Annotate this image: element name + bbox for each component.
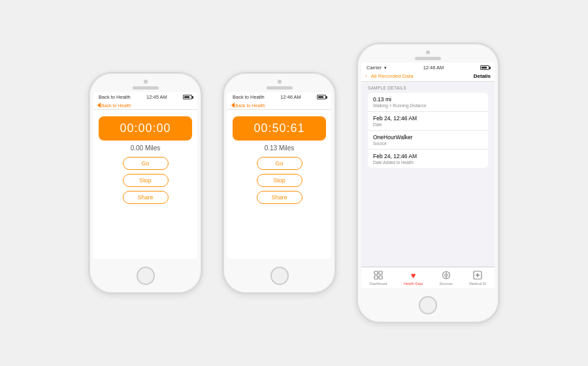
phone-2-bottom bbox=[270, 261, 289, 293]
phone-2-stop-button[interactable]: Stop bbox=[257, 174, 302, 187]
phone-2-status-right bbox=[317, 95, 326, 99]
phone-2-screen: Back to Health 12:46 AM Back to Health 0… bbox=[227, 92, 331, 259]
sources-icon bbox=[441, 270, 451, 280]
phone-1-miles: 0.00 Miles bbox=[93, 144, 197, 152]
phone-3-sample-section: SAMPLE DETAILS 0.13 mi Walking + Running… bbox=[361, 82, 495, 267]
phone-3-health-nav: ‹ All Recorded Data Details bbox=[361, 72, 495, 82]
phone-3-status-bar: Carrier ▾ 12:46 AM bbox=[361, 63, 495, 72]
phone-3-nav-back[interactable]: All Recorded Data bbox=[371, 73, 414, 79]
phone-3-section-header: SAMPLE DETAILS bbox=[368, 86, 488, 90]
dashboard-icon bbox=[373, 270, 384, 280]
phone-3-screen: Carrier ▾ 12:46 AM ‹ All Recorded Data D… bbox=[361, 63, 495, 288]
phone-1-timer: 00:00:00 bbox=[99, 116, 192, 141]
detail-label-0: Walking + Running Distance bbox=[373, 103, 483, 108]
medical-id-icon bbox=[472, 270, 483, 280]
phone-3-wifi-icon: ▾ bbox=[384, 65, 387, 70]
svg-rect-0 bbox=[374, 271, 378, 274]
phone-2-go-button[interactable]: Go bbox=[257, 157, 302, 170]
phone-1-back-label: Back to Health bbox=[101, 103, 131, 108]
phone-1-share-button[interactable]: Share bbox=[123, 191, 169, 204]
phone-2-home-button[interactable] bbox=[270, 267, 289, 285]
phone-1-top bbox=[90, 73, 201, 90]
tab-dashboard-label: Dashboard bbox=[370, 282, 387, 286]
detail-item-0: 0.13 mi Walking + Running Distance bbox=[368, 93, 488, 112]
detail-value-3: Feb 24, 12:46 AM bbox=[373, 153, 483, 159]
phone-2-back-chevron bbox=[231, 103, 235, 108]
phone-1-camera bbox=[144, 80, 148, 84]
phone-3-back-chevron-icon: ‹ bbox=[365, 73, 367, 79]
phone-3-tab-bar: Dashboard ♥ Health Data Sources bbox=[361, 267, 495, 288]
phone-1-back-chevron bbox=[97, 103, 101, 108]
phone-3-status-left: Carrier ▾ bbox=[367, 65, 387, 71]
phone-1-battery-fill bbox=[184, 96, 189, 98]
phone-2-buttons: Go Stop Share bbox=[227, 157, 331, 209]
phone-3: Carrier ▾ 12:46 AM ‹ All Recorded Data D… bbox=[356, 42, 500, 324]
phone-1-go-button[interactable]: Go bbox=[123, 157, 169, 170]
tab-dashboard[interactable]: Dashboard bbox=[370, 270, 387, 286]
svg-rect-1 bbox=[379, 271, 382, 274]
heart-icon: ♥ bbox=[408, 270, 419, 280]
phone-1-buttons: Go Stop Share bbox=[93, 157, 197, 209]
phone-3-status-center: 12:46 AM bbox=[423, 65, 444, 71]
svg-rect-3 bbox=[379, 276, 382, 279]
phone-2-speaker bbox=[267, 86, 293, 90]
phone-2-top bbox=[223, 73, 335, 90]
tab-sources[interactable]: Sources bbox=[440, 270, 453, 286]
detail-label-3: Date Added to Health bbox=[373, 160, 483, 165]
phone-3-status-right bbox=[480, 65, 489, 70]
phone-2-battery-icon bbox=[317, 95, 326, 99]
phone-3-bottom bbox=[419, 291, 437, 322]
phone-1-home-button[interactable] bbox=[137, 267, 155, 285]
phone-3-battery-fill bbox=[482, 67, 487, 69]
phone-2-nav: Back to Health bbox=[227, 101, 331, 110]
phone-1-status-left: Back to Health bbox=[99, 94, 131, 100]
detail-item-1: Feb 24, 12:46 AM Date bbox=[368, 112, 488, 131]
phone-2-status-center: 12:46 AM bbox=[280, 94, 301, 100]
phone-1-status-center: 12:45 AM bbox=[146, 94, 167, 100]
tab-sources-label: Sources bbox=[440, 282, 453, 286]
phone-3-detail-card: 0.13 mi Walking + Running Distance Feb 2… bbox=[368, 93, 488, 168]
phone-2-back-label: Back to Health bbox=[235, 103, 265, 108]
phone-3-speaker bbox=[415, 57, 441, 60]
phone-2: Back to Health 12:46 AM Back to Health 0… bbox=[222, 72, 336, 294]
detail-label-2: Source bbox=[373, 141, 483, 146]
tab-health-data[interactable]: ♥ Health Data bbox=[404, 270, 423, 286]
phone-2-share-button[interactable]: Share bbox=[257, 191, 302, 204]
phone-1-status-right bbox=[183, 95, 192, 99]
phone-1-nav: Back to Health bbox=[93, 101, 197, 110]
detail-value-0: 0.13 mi bbox=[373, 96, 483, 103]
phone-1-stop-button[interactable]: Stop bbox=[123, 174, 169, 187]
phone-1-nav-back[interactable]: Back to Health bbox=[97, 103, 131, 108]
phone-3-battery-icon bbox=[480, 65, 489, 70]
phone-3-carrier: Carrier bbox=[367, 65, 382, 71]
detail-item-2: OneHourWalker Source bbox=[368, 131, 488, 150]
tab-medical-id[interactable]: Medical ID bbox=[469, 270, 486, 286]
phone-2-status-left: Back to Health bbox=[233, 94, 265, 100]
phone-1-bottom bbox=[137, 261, 155, 293]
detail-value-1: Feb 24, 12:46 AM bbox=[373, 115, 483, 122]
phone-1-speaker bbox=[133, 86, 159, 90]
phone-2-battery-fill bbox=[318, 96, 323, 98]
phone-3-top bbox=[357, 44, 498, 60]
phone-3-nav-title: Details bbox=[474, 73, 491, 79]
phone-1-screen: Back to Health 12:45 AM Back to Health 0… bbox=[93, 92, 197, 259]
phone-2-camera bbox=[278, 80, 282, 84]
detail-item-3: Feb 24, 12:46 AM Date Added to Health bbox=[368, 150, 488, 168]
tab-medical-id-label: Medical ID bbox=[469, 282, 486, 286]
phone-2-timer: 00:50:61 bbox=[233, 116, 326, 141]
phone-1-status-bar: Back to Health 12:45 AM bbox=[93, 92, 197, 101]
detail-label-1: Date bbox=[373, 122, 483, 127]
svg-rect-2 bbox=[374, 276, 378, 279]
phone-1: Back to Health 12:45 AM Back to Health 0… bbox=[88, 72, 203, 294]
phone-2-miles: 0.13 Miles bbox=[227, 144, 331, 152]
phone-2-nav-back[interactable]: Back to Health bbox=[231, 103, 265, 108]
detail-value-2: OneHourWalker bbox=[373, 134, 483, 141]
phone-3-home-button[interactable] bbox=[419, 296, 437, 314]
phone-2-status-bar: Back to Health 12:46 AM bbox=[227, 92, 331, 101]
tab-health-data-label: Health Data bbox=[404, 282, 423, 286]
phone-1-battery-icon bbox=[183, 95, 192, 99]
phone-3-camera bbox=[426, 50, 430, 54]
